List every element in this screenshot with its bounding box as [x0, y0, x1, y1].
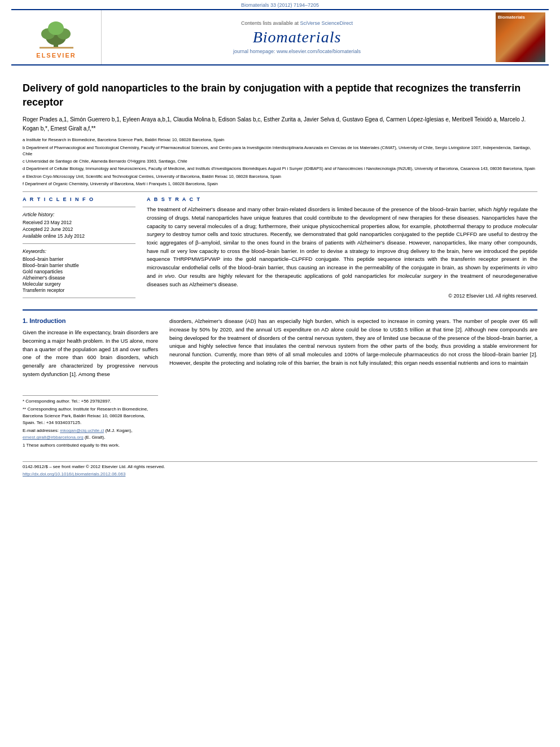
footnote-star2: ** Corresponding author. Institute for R…	[23, 406, 158, 426]
sciverse-link[interactable]: SciVerse ScienceDirect	[300, 20, 353, 26]
article-history-heading: Article history:	[23, 212, 135, 217]
keyword-6: Transferrin receptor	[23, 287, 135, 293]
cover-label-text: Biomaterials	[498, 15, 525, 20]
journal-name: Biomaterials	[253, 28, 342, 46]
info-bottom-sep	[23, 298, 135, 298]
authors-text: Roger Prades a,1, Simón Guerrero b,1, Ey…	[23, 116, 526, 132]
intro-right-text: disorders, Alzheimer's disease (AD) has …	[169, 317, 537, 367]
introduction-section: 1. Introduction Given the increase in li…	[23, 317, 537, 450]
info-abstract-section: A R T I C L E I N F O Article history: R…	[23, 196, 537, 303]
intro-word-which: which	[145, 354, 158, 360]
abstract-heading: A B S T R A C T	[147, 196, 537, 202]
affiliation-f: f Department of Organic Chemistry, Unive…	[23, 181, 537, 187]
accepted-date: Accepted 22 June 2012	[23, 226, 135, 232]
abstract-italic-3: in vivo	[158, 273, 174, 279]
article-title: Delivery of gold nanoparticles to the br…	[23, 81, 537, 110]
keywords-section: Keywords: Blood–brain barrier Blood–brai…	[23, 248, 135, 293]
info-top-sep	[23, 207, 135, 207]
intro-left-text: Given the increase in life expectancy, b…	[23, 329, 158, 378]
intro-right-column: disorders, Alzheimer's disease (AD) has …	[169, 317, 537, 450]
elsevier-logo: ELSEVIER	[34, 16, 79, 59]
email-link-giralt[interactable]: ernest.giralt@irbbarcelona.org	[23, 435, 84, 440]
copyright-text: © 2012 Elsevier Ltd. All rights reserved…	[147, 293, 537, 299]
abstract-italic-4: molecular surgery	[398, 273, 441, 279]
issn-text: 0142-9612/$ – see front matter © 2012 El…	[23, 464, 165, 469]
citation-bar: Biomaterials 33 (2012) 7194–7205	[0, 0, 560, 9]
abstract-italic-1: molecular surgery	[147, 223, 537, 238]
elsevier-brand-text: ELSEVIER	[36, 52, 76, 59]
article-info-column: A R T I C L E I N F O Article history: R…	[23, 196, 135, 303]
intro-left-column: 1. Introduction Given the increase in li…	[23, 317, 158, 450]
abstract-italic-2: in vitro	[521, 264, 537, 270]
affiliation-a: a Institute for Research in Biomedicine,…	[23, 137, 537, 143]
footnote-star1: * Corresponding author. Tel.: +56 297828…	[23, 398, 158, 405]
main-content: Delivery of gold nanoparticles to the br…	[0, 65, 560, 482]
intro-title: Introduction	[29, 317, 65, 324]
received-date: Received 23 May 2012	[23, 220, 135, 225]
footnotes: * Corresponding author. Tel.: +56 297828…	[23, 395, 158, 449]
keywords-heading: Keywords:	[23, 248, 135, 254]
affiliation-b: b Department of Pharmacological and Toxi…	[23, 145, 537, 158]
abstract-word-highly: highly	[493, 206, 508, 212]
bottom-info-bar: 0142-9612/$ – see front matter © 2012 El…	[23, 461, 537, 469]
svg-point-4	[48, 21, 64, 35]
keyword-2: Blood–brain barrier shuttle	[23, 263, 135, 268]
article-info-heading: A R T I C L E I N F O	[23, 196, 135, 202]
intro-number: 1.	[23, 317, 29, 324]
affiliations: a Institute for Research in Biomedicine,…	[23, 137, 537, 187]
keyword-1: Blood–brain barrier	[23, 256, 135, 262]
journal-cover-image: Biomaterials	[496, 12, 545, 62]
keyword-3: Gold nanoparticles	[23, 269, 135, 274]
article-separator	[23, 191, 537, 192]
authors-line: Roger Prades a,1, Simón Guerrero b,1, Ey…	[23, 115, 537, 133]
abstract-text: The treatment of Alzheimer's disease and…	[147, 206, 537, 289]
journal-header: ELSEVIER Contents lists available at Sci…	[11, 9, 549, 65]
elsevier-tree-icon	[34, 16, 79, 50]
abstract-column: A B S T R A C T The treatment of Alzheim…	[147, 196, 537, 303]
affiliation-e: e Electron Cryo-Microscopy Unit, Scienti…	[23, 173, 537, 180]
email-link-kogan[interactable]: mkogan@ciq.uchile.cl	[60, 428, 104, 433]
intro-heading: 1. Introduction	[23, 317, 158, 324]
journal-cover-area: Biomaterials	[492, 10, 549, 64]
affiliation-d: d Department of Cellular Biology, Immuno…	[23, 165, 537, 172]
publisher-logo-area: ELSEVIER	[11, 10, 102, 64]
keyword-4: Alzheimer's disease	[23, 275, 135, 281]
available-date: Available online 15 July 2012	[23, 233, 135, 239]
svg-rect-5	[40, 47, 73, 49]
main-separator	[23, 309, 537, 311]
journal-homepage: journal homepage: www.elsevier.com/locat…	[233, 49, 361, 54]
sciverse-line: Contents lists available at SciVerse Sci…	[241, 20, 353, 26]
info-mid-sep	[23, 243, 135, 244]
affiliation-c: c Universidad de Santiago de Chile, Alam…	[23, 158, 537, 164]
keyword-5: Molecular surgery	[23, 281, 135, 287]
footnote-equal-contrib: 1 These authors contributed equally to t…	[23, 442, 158, 449]
journal-info-center: Contents lists available at SciVerse Sci…	[102, 10, 492, 64]
footnote-email: E-mail addresses: mkogan@ciq.uchile.cl (…	[23, 427, 158, 441]
doi-link[interactable]: http://dx.doi.org/10.1016/j.biomaterials…	[23, 471, 125, 477]
citation-text: Biomaterials 33 (2012) 7194–7205	[241, 2, 319, 8]
